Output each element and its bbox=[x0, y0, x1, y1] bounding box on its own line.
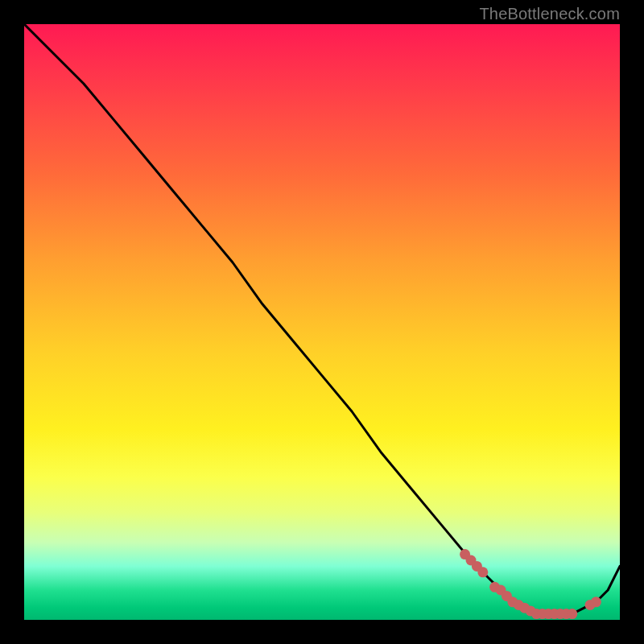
curve-marker bbox=[567, 609, 577, 619]
curve-marker bbox=[591, 597, 601, 607]
attribution-text: TheBottleneck.com bbox=[479, 5, 620, 23]
plot-area bbox=[24, 24, 620, 620]
chart-frame: TheBottleneck.com bbox=[0, 0, 644, 644]
curve-marker bbox=[477, 567, 488, 577]
bottleneck-curve bbox=[24, 24, 620, 614]
bottleneck-curve-svg bbox=[24, 24, 620, 620]
